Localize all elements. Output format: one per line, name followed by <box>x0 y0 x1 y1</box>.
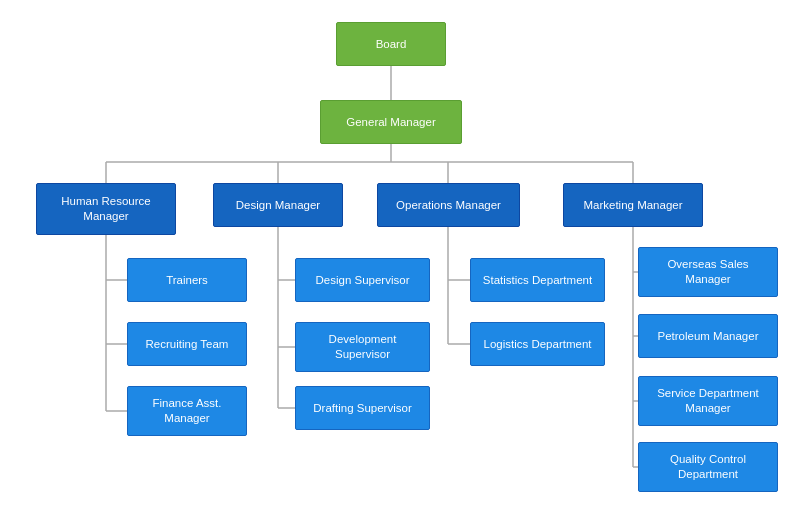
node-service_dept: Service Department Manager <box>638 376 778 426</box>
node-label-board: Board <box>376 37 407 52</box>
node-hr_manager: Human Resource Manager <box>36 183 176 235</box>
node-label-drafting_supervisor: Drafting Supervisor <box>313 401 411 416</box>
node-label-trainers: Trainers <box>166 273 208 288</box>
node-label-petroleum_mgr: Petroleum Manager <box>658 329 759 344</box>
node-logistics_dept: Logistics Department <box>470 322 605 366</box>
node-board: Board <box>336 22 446 66</box>
node-overseas_sales: Overseas Sales Manager <box>638 247 778 297</box>
node-recruiting_team: Recruiting Team <box>127 322 247 366</box>
node-operations_manager: Operations Manager <box>377 183 520 227</box>
node-label-general_manager: General Manager <box>346 115 436 130</box>
node-label-design_manager: Design Manager <box>236 198 320 213</box>
node-petroleum_mgr: Petroleum Manager <box>638 314 778 358</box>
node-label-operations_manager: Operations Manager <box>396 198 501 213</box>
node-label-finance_asst: Finance Asst. Manager <box>134 396 240 426</box>
node-label-marketing_manager: Marketing Manager <box>583 198 682 213</box>
node-finance_asst: Finance Asst. Manager <box>127 386 247 436</box>
node-design_manager: Design Manager <box>213 183 343 227</box>
node-label-dev_supervisor: Development Supervisor <box>302 332 423 362</box>
node-label-service_dept: Service Department Manager <box>645 386 771 416</box>
node-design_supervisor: Design Supervisor <box>295 258 430 302</box>
node-quality_ctrl: Quality Control Department <box>638 442 778 492</box>
node-label-hr_manager: Human Resource Manager <box>43 194 169 224</box>
node-statistics_dept: Statistics Department <box>470 258 605 302</box>
node-trainers: Trainers <box>127 258 247 302</box>
node-drafting_supervisor: Drafting Supervisor <box>295 386 430 430</box>
node-label-quality_ctrl: Quality Control Department <box>645 452 771 482</box>
org-chart: BoardGeneral ManagerHuman Resource Manag… <box>0 0 804 526</box>
node-label-logistics_dept: Logistics Department <box>483 337 591 352</box>
node-label-design_supervisor: Design Supervisor <box>316 273 410 288</box>
node-general_manager: General Manager <box>320 100 462 144</box>
node-label-recruiting_team: Recruiting Team <box>146 337 229 352</box>
node-dev_supervisor: Development Supervisor <box>295 322 430 372</box>
node-marketing_manager: Marketing Manager <box>563 183 703 227</box>
node-label-statistics_dept: Statistics Department <box>483 273 592 288</box>
node-label-overseas_sales: Overseas Sales Manager <box>645 257 771 287</box>
